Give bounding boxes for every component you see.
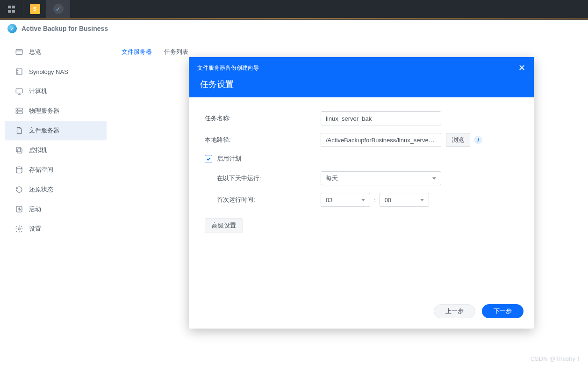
enable-schedule-label: 启用计划	[217, 154, 241, 163]
sidebar-item-label: 虚拟机	[29, 146, 47, 154]
sidebar-item-label: 计算机	[29, 87, 47, 95]
svg-point-8	[17, 112, 18, 113]
watermark: CSDN @Theshy！	[531, 355, 581, 363]
local-path-input[interactable]	[321, 133, 441, 147]
activity-icon	[14, 205, 24, 213]
computer-icon	[14, 87, 24, 95]
modal-header: 文件服务器备份创建向导 ✕ 任务设置	[189, 57, 534, 97]
svg-rect-1	[16, 69, 22, 74]
wizard-modal: 文件服务器备份创建向导 ✕ 任务设置 任务名称: 本地路径: 浏览 i 启用计划…	[189, 57, 534, 329]
tab-file-server[interactable]: 文件服务器	[121, 45, 153, 62]
app-titlebar: ✓ Active Backup for Business	[0, 20, 588, 37]
sidebar-item-label: 总览	[29, 48, 41, 56]
nas-icon	[14, 67, 24, 76]
svg-rect-9	[16, 147, 21, 152]
hour-value: 03	[326, 197, 332, 204]
sidebar-item-label: Synology NAS	[29, 68, 68, 75]
modal-body: 任务名称: 本地路径: 浏览 i 启用计划 在以下天中运行: 每天 首次运行时间…	[189, 97, 534, 298]
svg-point-7	[17, 109, 18, 110]
browse-button[interactable]: 浏览	[446, 133, 470, 147]
app-logo-icon: ✓	[7, 24, 17, 33]
first-run-label: 首次运行时间:	[205, 196, 321, 204]
sidebar-item-restore-status[interactable]: 还原状态	[5, 180, 107, 199]
sidebar-item-label: 活动	[29, 205, 41, 213]
sidebar-item-label: 存储空间	[29, 166, 53, 174]
sidebar-item-overview[interactable]: 总览	[5, 42, 107, 62]
modal-breadcrumb: 文件服务器备份创建向导	[197, 64, 259, 72]
svg-rect-10	[18, 149, 22, 153]
modal-title: 任务设置	[197, 79, 525, 90]
sidebar-item-settings[interactable]: 设置	[5, 219, 107, 239]
tab-label: 文件服务器	[122, 48, 152, 55]
next-button[interactable]: 下一步	[482, 304, 523, 318]
restore-icon	[14, 185, 24, 194]
file-server-icon	[14, 126, 24, 135]
task-name-label: 任务名称:	[205, 114, 321, 123]
tab-task-list[interactable]: 任务列表	[163, 45, 189, 62]
svg-rect-4	[16, 89, 22, 93]
chevron-down-icon	[432, 177, 436, 180]
task-name-input[interactable]	[321, 111, 441, 125]
sidebar-item-label: 文件服务器	[29, 126, 59, 135]
vm-icon	[14, 146, 24, 154]
taskbar-app-2[interactable]: ✓	[47, 0, 70, 18]
sidebar-item-file-server[interactable]: 文件服务器	[5, 121, 107, 140]
minute-value: 00	[385, 197, 391, 204]
time-colon: :	[374, 197, 376, 204]
close-icon[interactable]: ✕	[518, 63, 525, 73]
chevron-down-icon	[420, 199, 424, 201]
sidebar-item-label: 还原状态	[29, 185, 53, 194]
sidebar-item-computer[interactable]: 计算机	[5, 81, 107, 101]
tab-label: 任务列表	[164, 48, 188, 55]
sidebar-item-storage[interactable]: 存储空间	[5, 160, 107, 180]
sidebar-item-label: 设置	[29, 225, 41, 233]
sidebar-item-label: 物理服务器	[29, 107, 59, 115]
advanced-settings-button[interactable]: 高级设置	[205, 218, 243, 233]
sidebar: 总览 Synology NAS 计算机 物理服务器 文件服务器 虚拟机 存储空间	[0, 37, 111, 366]
sidebar-item-synology-nas[interactable]: Synology NAS	[5, 62, 107, 81]
taskbar: S ✓	[0, 0, 588, 18]
svg-point-3	[17, 73, 18, 73]
app-title: Active Backup for Business	[22, 25, 108, 32]
sidebar-item-physical-server[interactable]: 物理服务器	[5, 101, 107, 121]
gear-icon	[14, 225, 24, 233]
hour-select[interactable]: 03	[321, 193, 370, 207]
storage-icon	[14, 166, 24, 174]
info-icon[interactable]: i	[474, 136, 482, 144]
overview-icon	[14, 48, 24, 56]
physical-server-icon	[14, 107, 24, 115]
taskbar-apps-icon[interactable]	[0, 0, 23, 18]
modal-footer: 上一步 下一步	[189, 298, 534, 329]
run-days-select[interactable]: 每天	[321, 171, 441, 185]
run-days-label: 在以下天中运行:	[205, 174, 321, 183]
local-path-label: 本地路径:	[205, 136, 321, 144]
enable-schedule-checkbox[interactable]	[205, 155, 212, 162]
sidebar-item-activity[interactable]: 活动	[5, 199, 107, 219]
run-days-value: 每天	[326, 174, 338, 183]
sidebar-item-virtual-machine[interactable]: 虚拟机	[5, 140, 107, 160]
svg-point-13	[18, 228, 21, 230]
svg-point-11	[16, 167, 22, 169]
chevron-down-icon	[361, 199, 365, 201]
svg-point-2	[17, 70, 18, 71]
previous-button[interactable]: 上一步	[434, 304, 475, 318]
svg-rect-0	[16, 50, 22, 55]
taskbar-app-1[interactable]: S	[23, 0, 47, 18]
minute-select[interactable]: 00	[380, 193, 429, 207]
